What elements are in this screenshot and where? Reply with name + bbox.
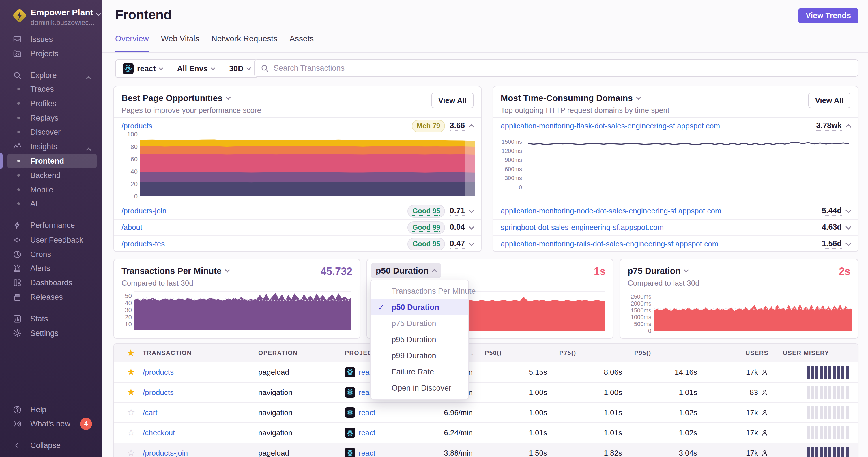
table-row[interactable]: ★/productsnavigationreact…/min1.00s1.00s… — [114, 383, 858, 403]
chevron-up-icon[interactable] — [469, 124, 474, 130]
list-row[interactable]: /products-fesGood 950.47 — [114, 235, 481, 252]
list-row[interactable]: /products-joinGood 950.71 — [114, 202, 481, 219]
chevron-up-icon[interactable] — [845, 124, 851, 130]
menu-item-p99-duration[interactable]: p99 Duration — [371, 348, 468, 364]
sidebar-item-stats[interactable]: Stats — [0, 312, 102, 326]
view-all-button[interactable]: View All — [808, 93, 850, 108]
date-range-filter[interactable]: 30D — [222, 60, 257, 77]
list-row[interactable]: /productsMeh 793.66 — [114, 118, 481, 134]
tab-overview[interactable]: Overview — [115, 34, 149, 53]
page-link[interactable]: /about — [122, 223, 142, 232]
transaction-link[interactable]: /products — [143, 388, 174, 397]
chevron-down-icon[interactable] — [845, 207, 851, 213]
list-row[interactable]: application-monitoring-flask-dot-sales-e… — [493, 118, 858, 134]
sidebar-item-profiles[interactable]: Profiles — [0, 96, 102, 111]
sidebar-item-frontend[interactable]: Frontend — [7, 154, 97, 168]
column-header-users[interactable]: USERS — [708, 349, 781, 356]
view-all-button[interactable]: View All — [431, 93, 473, 108]
transaction-link[interactable]: /products-join — [143, 449, 188, 457]
project-filter[interactable]: react — [116, 60, 170, 77]
page-link[interactable]: /products-join — [122, 206, 166, 216]
tab-network-requests[interactable]: Network Requests — [212, 34, 278, 51]
menu-item-p95-duration[interactable]: p95 Duration — [371, 331, 468, 348]
search-input[interactable] — [273, 63, 852, 73]
menu-item-p50-duration[interactable]: ✓p50 Duration — [371, 299, 468, 315]
sidebar-item-ai[interactable]: AI — [0, 196, 102, 211]
domain-link[interactable]: application-monitoring-flask-dot-sales-e… — [501, 122, 720, 130]
sidebar-item-releases[interactable]: Releases — [0, 290, 102, 304]
domain-link[interactable]: application-monitoring-rails-dot-sales-e… — [501, 239, 718, 249]
sidebar-item-projects[interactable]: Projects — [0, 46, 102, 61]
sidebar-item-backend[interactable]: Backend — [0, 168, 102, 183]
list-row[interactable]: springboot-dot-sales-engineering-sf.apps… — [493, 219, 858, 235]
panel-title[interactable]: Best Page Opportunities — [122, 93, 230, 103]
user-icon — [761, 409, 769, 416]
sidebar-item-replays[interactable]: Replays — [0, 111, 102, 125]
project-link[interactable]: react — [345, 448, 421, 457]
sidebar-item-user-feedback[interactable]: User Feedback — [0, 233, 102, 247]
star-icon[interactable]: ☆ — [127, 427, 135, 438]
sidebar-item-mobile[interactable]: Mobile — [0, 183, 102, 197]
domain-link[interactable]: application-monitoring-node-dot-sales-en… — [501, 206, 721, 216]
star-icon[interactable]: ★ — [127, 387, 135, 397]
tab-assets[interactable]: Assets — [289, 34, 314, 51]
project-link[interactable]: react — [345, 407, 421, 418]
chevron-down-icon[interactable] — [845, 240, 851, 246]
sidebar-item-issues[interactable]: Issues — [0, 32, 102, 46]
view-trends-button[interactable]: View Trends — [798, 8, 859, 23]
page-link[interactable]: /products — [122, 122, 152, 130]
star-icon[interactable]: ☆ — [127, 448, 135, 457]
menu-item-transactions-per-minute[interactable]: Transactions Per Minute — [371, 283, 468, 299]
column-header-user-misery[interactable]: USER MISERY — [781, 349, 852, 356]
feedback-icon — [13, 235, 22, 244]
table-row[interactable]: ★/productspageloadreact…/min5.15s8.06s14… — [114, 362, 858, 383]
list-row[interactable]: application-monitoring-node-dot-sales-en… — [493, 202, 858, 219]
environment-filter[interactable]: All Envs — [170, 60, 222, 77]
sidebar-item-insights[interactable]: Insights — [0, 139, 102, 154]
sidebar-item-crons[interactable]: Crons — [0, 247, 102, 262]
transaction-link[interactable]: /checkout — [143, 428, 175, 437]
chevron-down-icon[interactable] — [469, 240, 474, 246]
page-link[interactable]: /products-fes — [122, 239, 165, 249]
sidebar-item-alerts[interactable]: Alerts — [0, 261, 102, 275]
star-icon[interactable]: ☆ — [127, 407, 135, 418]
chevron-down-icon[interactable] — [845, 224, 851, 230]
panel-title[interactable]: p75 Duration — [628, 266, 688, 276]
star-icon[interactable]: ★ — [127, 367, 135, 377]
whats-new-count-badge: 4 — [80, 418, 92, 430]
chevron-down-icon[interactable] — [469, 207, 474, 213]
panel-title[interactable]: Transactions Per Minute — [122, 266, 229, 276]
sidebar-item-performance[interactable]: Performance — [0, 218, 102, 232]
table-row[interactable]: ☆/products-joinpageloadreact3.88/min1.50… — [114, 443, 858, 457]
sidebar-item-traces[interactable]: Traces — [0, 82, 102, 96]
sidebar-item-help[interactable]: Help — [0, 402, 102, 417]
project-link[interactable]: react — [345, 428, 421, 438]
org-switcher[interactable]: Empower Plant dominik.buszowiec... — [0, 0, 102, 32]
tab-web-vitals[interactable]: Web Vitals — [161, 34, 199, 51]
chevron-down-icon[interactable] — [469, 224, 474, 230]
column-header-p50-[interactable]: P50() — [483, 349, 558, 356]
tpm-cell: 3.88/min — [421, 449, 483, 457]
list-row[interactable]: /aboutGood 990.04 — [114, 219, 481, 235]
metric-selector-button[interactable]: p50 Duration — [371, 263, 441, 278]
sidebar-item-dashboards[interactable]: Dashboards — [0, 275, 102, 290]
sidebar-item-what-s-new[interactable]: What's new4 — [0, 417, 102, 431]
transaction-link[interactable]: /products — [143, 368, 174, 377]
panel-title[interactable]: Most Time-Consuming Domains — [501, 93, 640, 103]
sidebar-item-discover[interactable]: Discover — [0, 125, 102, 139]
sidebar-item-settings[interactable]: Settings — [0, 326, 102, 340]
menu-item-failure-rate[interactable]: Failure Rate — [371, 364, 468, 380]
table-row[interactable]: ☆/checkoutnavigationreact6.24/min1.01s1.… — [114, 423, 858, 443]
domain-link[interactable]: springboot-dot-sales-engineering-sf.apps… — [501, 223, 664, 232]
menu-item-open-in-discover[interactable]: Open in Discover — [371, 380, 468, 396]
column-header-p95-[interactable]: P95() — [632, 349, 708, 356]
column-header-p75-[interactable]: P75() — [558, 349, 632, 356]
sidebar-item-explore[interactable]: Explore — [0, 68, 102, 83]
column-header-transaction[interactable]: TRANSACTION — [141, 349, 256, 356]
menu-item-p75-duration[interactable]: p75 Duration — [371, 315, 468, 331]
list-row[interactable]: application-monitoring-rails-dot-sales-e… — [493, 235, 858, 252]
column-header-operation[interactable]: OPERATION — [256, 349, 343, 356]
transaction-link[interactable]: /cart — [143, 408, 158, 417]
table-row[interactable]: ☆/cartnavigationreact6.96/min1.00s1.01s1… — [114, 403, 858, 423]
sidebar-item-collapse[interactable]: Collapse — [0, 438, 102, 453]
